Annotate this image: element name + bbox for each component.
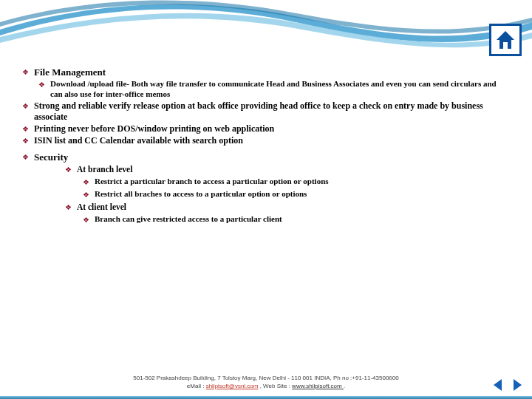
diamond-bullet-icon: ❖ xyxy=(22,123,34,134)
heading-security: ❖ Security xyxy=(22,151,510,163)
list-item: ❖ Printing never before DOS/window print… xyxy=(22,123,510,134)
diamond-bullet-icon: ❖ xyxy=(22,100,34,112)
content-area: ❖ File Management ❖ Download /upload fil… xyxy=(22,66,510,227)
footer-email-link[interactable]: shilpisoft@vsnl.com xyxy=(206,383,259,389)
footer-email-label: eMail : xyxy=(187,383,206,389)
diamond-bullet-icon: ❖ xyxy=(22,66,34,78)
footer-website-link[interactable]: www.shilpisoft.com xyxy=(292,383,344,389)
heading-file-management: ❖ File Management xyxy=(22,66,510,78)
home-icon[interactable] xyxy=(489,24,522,56)
footer-sep: , Web Site : xyxy=(258,383,292,389)
decorative-wave xyxy=(0,0,532,66)
list-item: ❖ Download /upload file- Both way file t… xyxy=(38,79,510,100)
list-text: Restrict all braches to access to a part… xyxy=(95,189,510,200)
diamond-bullet-icon: ❖ xyxy=(83,189,95,200)
security-block: ❖ At branch level ❖ Restrict a particula… xyxy=(22,164,510,225)
next-slide-button[interactable] xyxy=(508,377,525,393)
prev-slide-button[interactable] xyxy=(491,377,507,393)
list-text: Strong and reliable verify release optio… xyxy=(34,100,510,123)
diamond-bullet-icon: ❖ xyxy=(83,214,95,225)
diamond-bullet-icon: ❖ xyxy=(38,79,50,90)
list-text: Printing never before DOS/window printin… xyxy=(34,123,510,134)
list-item: ❖ Branch can give restricted access to a… xyxy=(83,214,510,225)
slide: ❖ File Management ❖ Download /upload fil… xyxy=(0,0,532,399)
footer-line-2: eMail : shilpisoft@vsnl.com , Web Site :… xyxy=(0,383,532,390)
diamond-bullet-icon: ❖ xyxy=(22,135,34,146)
footer-line-1: 501-502 Prakashdeep Building, 7 Tolstoy … xyxy=(0,375,532,382)
list-text: Branch can give restricted access to a p… xyxy=(95,214,510,225)
heading-text: File Management xyxy=(34,66,510,78)
list-text: ISIN list and CC Calendar available with… xyxy=(34,135,510,146)
svg-marker-4 xyxy=(514,379,522,391)
diamond-bullet-icon: ❖ xyxy=(22,151,34,163)
list-text: Download /upload file- Both way file tra… xyxy=(50,79,510,100)
decorative-bottom-line xyxy=(0,396,532,399)
list-item: ❖ At branch level xyxy=(65,164,510,175)
list-item: ❖ At client level xyxy=(65,202,510,213)
nav-arrows xyxy=(491,377,525,393)
footer-tail: . xyxy=(344,383,345,389)
list-item: ❖ Restrict all braches to access to a pa… xyxy=(83,189,510,200)
list-item: ❖ Strong and reliable verify release opt… xyxy=(22,100,510,123)
diamond-bullet-icon: ❖ xyxy=(65,202,77,213)
heading-text: Security xyxy=(34,151,510,163)
footer: 501-502 Prakashdeep Building, 7 Tolstoy … xyxy=(0,375,532,390)
list-item: ❖ ISIN list and CC Calendar available wi… xyxy=(22,135,510,146)
svg-rect-2 xyxy=(503,42,508,49)
list-text: At client level xyxy=(77,202,510,212)
diamond-bullet-icon: ❖ xyxy=(83,177,95,188)
list-item: ❖ Restrict a particular branch to access… xyxy=(83,177,510,188)
list-text: At branch level xyxy=(77,164,510,174)
diamond-bullet-icon: ❖ xyxy=(65,164,77,175)
list-text: Restrict a particular branch to access a… xyxy=(95,177,510,187)
svg-marker-3 xyxy=(494,379,502,391)
